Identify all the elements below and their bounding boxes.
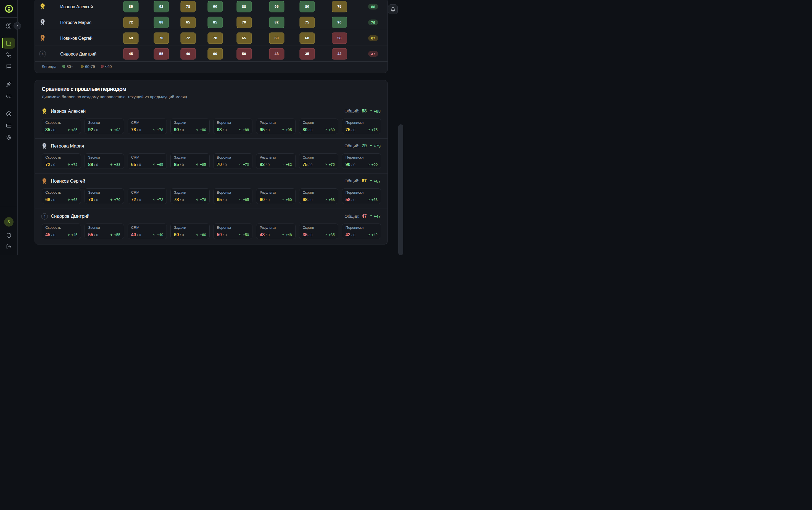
svg-text:3: 3 <box>44 179 45 181</box>
svg-text:1: 1 <box>44 109 45 112</box>
svg-text:1: 1 <box>42 4 44 7</box>
svg-text:3: 3 <box>42 36 43 38</box>
svg-text:2: 2 <box>44 144 45 146</box>
svg-text:2: 2 <box>42 20 43 22</box>
